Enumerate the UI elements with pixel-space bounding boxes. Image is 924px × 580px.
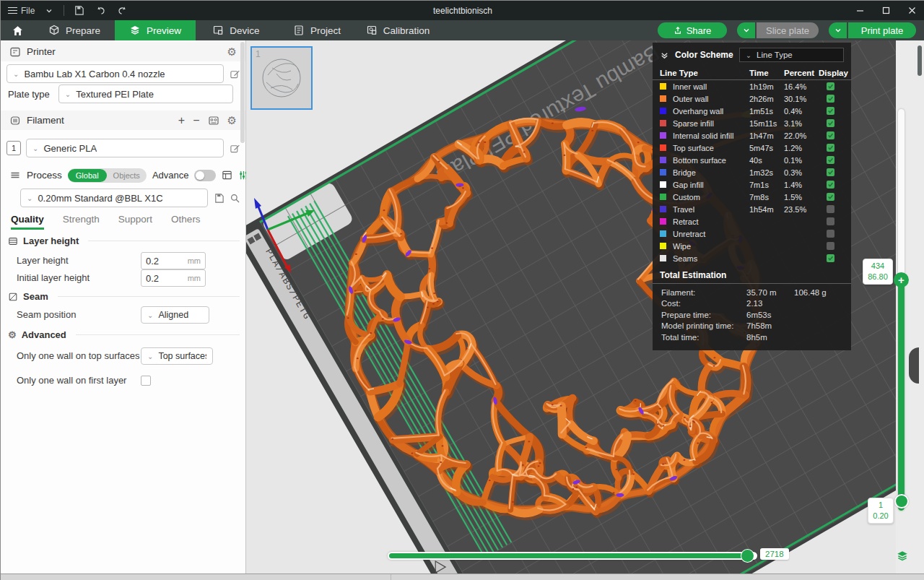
step-slider-handle[interactable] <box>741 550 754 562</box>
display-checkbox[interactable] <box>827 119 834 127</box>
line-type-label: Outer wall <box>673 95 749 103</box>
advance-toggle[interactable] <box>194 170 216 181</box>
estimation-label: Model printing time: <box>661 321 746 330</box>
line-type-time: 1h19m <box>749 82 784 91</box>
plate-type-select[interactable]: ⌄ Textured PEI Plate <box>58 85 233 103</box>
printer-preset-select[interactable]: ⌄ Bambu Lab X1 Carbon 0.4 nozzle <box>6 64 224 83</box>
line-type-row: Travel1h54m23.5% <box>653 203 851 215</box>
display-checkbox[interactable] <box>827 144 834 152</box>
line-type-label: Internal solid infill <box>673 131 749 140</box>
seam-position-label: Seam position <box>17 309 141 321</box>
chevron-down-icon[interactable] <box>42 4 56 18</box>
tab-device[interactable]: Device <box>196 20 276 40</box>
edit-printer-preset-icon[interactable] <box>230 69 240 79</box>
collapse-panel-icon[interactable] <box>660 51 669 60</box>
file-menu-label[interactable]: File <box>21 6 35 16</box>
undo-icon[interactable] <box>93 4 108 18</box>
save-preset-icon[interactable] <box>214 193 225 204</box>
layer-slider-bottom-handle[interactable] <box>894 494 909 508</box>
sidebar-scrollbar[interactable] <box>240 42 245 143</box>
filament-slot-badge[interactable]: 1 <box>6 141 21 155</box>
seam-position-select[interactable]: ⌄ Aligned <box>141 306 209 324</box>
tab-project[interactable]: Project <box>276 20 357 40</box>
minimize-button[interactable] <box>847 1 873 20</box>
line-type-row: Inner wall1h19m16.4% <box>653 80 851 92</box>
parameter-table-icon[interactable] <box>222 170 232 181</box>
layer-height-input[interactable]: mm <box>141 252 206 269</box>
initial-layer-height-value[interactable] <box>146 273 180 284</box>
display-checkbox[interactable] <box>827 242 834 250</box>
layer-height-value[interactable] <box>146 256 180 267</box>
save-icon[interactable] <box>71 4 86 18</box>
layer-height-unit: mm <box>188 256 201 265</box>
one-wall-first-layer-checkbox[interactable] <box>141 376 151 386</box>
plate-type-label: Plate type <box>8 89 50 100</box>
display-checkbox[interactable] <box>827 82 834 90</box>
tab-prepare[interactable]: Prepare <box>34 20 115 40</box>
printer-settings-gear-icon[interactable]: ⚙ <box>227 46 237 57</box>
tab-support[interactable]: Support <box>118 214 152 230</box>
display-checkbox[interactable] <box>827 193 834 201</box>
line-type-time: 15m11s <box>749 119 784 128</box>
viewport-scrollbar[interactable] <box>918 46 922 76</box>
share-button[interactable]: Share <box>658 22 727 38</box>
panel-collapse-tab[interactable] <box>909 347 919 384</box>
filament-preset-value: Generic PLA <box>43 143 97 154</box>
layer-slider-top-handle[interactable]: + <box>894 272 909 287</box>
tab-strength[interactable]: Strength <box>63 214 100 230</box>
print-options-dropdown[interactable] <box>829 22 847 38</box>
display-checkbox[interactable] <box>827 168 834 176</box>
edit-filament-preset-icon[interactable] <box>230 143 240 154</box>
filament-preset-select[interactable]: ⌄ Generic PLA <box>26 139 224 157</box>
print-plate-button[interactable]: Print plate <box>848 22 916 38</box>
redo-icon[interactable] <box>115 4 129 18</box>
viewport-3d[interactable]: PLA/ABS/PETG HOT SURFACE Bambu Textured … <box>246 40 924 573</box>
display-checkbox[interactable] <box>827 254 834 262</box>
layers-view-button[interactable] <box>894 548 910 564</box>
display-checkbox[interactable] <box>827 107 834 115</box>
line-type-color-swatch <box>660 95 666 102</box>
line-type-color-swatch <box>660 132 666 139</box>
tab-calibration[interactable]: Calibration <box>357 20 438 40</box>
display-checkbox[interactable] <box>827 95 834 103</box>
one-wall-top-select[interactable]: ⌄ Top surfaces <box>141 347 213 365</box>
tab-others[interactable]: Others <box>171 214 201 230</box>
search-preset-icon[interactable] <box>230 193 240 204</box>
display-checkbox[interactable] <box>827 156 834 164</box>
add-filament-button[interactable]: + <box>178 114 185 127</box>
tab-quality[interactable]: Quality <box>11 214 44 230</box>
line-type-color-swatch <box>660 181 666 188</box>
scope-objects[interactable]: Objects <box>107 169 147 182</box>
line-type-time: 7m8s <box>749 193 784 202</box>
home-button[interactable] <box>1 20 34 40</box>
view-mode-select[interactable]: ⌄ Line Type <box>739 48 844 62</box>
display-checkbox[interactable] <box>827 205 834 213</box>
slice-options-dropdown[interactable] <box>737 22 755 38</box>
line-type-row: Bridge1m32s0.3% <box>653 166 851 178</box>
display-checkbox[interactable] <box>827 181 834 189</box>
display-checkbox[interactable] <box>827 230 834 238</box>
line-type-percent: 16.4% <box>784 82 819 91</box>
display-checkbox[interactable] <box>827 131 834 139</box>
file-menu-button[interactable]: File <box>8 4 35 18</box>
line-type-row: Gap infill7m1s1.4% <box>653 178 851 191</box>
one-wall-top-label: Only one wall on top surfaces <box>17 350 141 363</box>
filament-settings-gear-icon[interactable]: ⚙ <box>227 115 237 126</box>
display-checkbox[interactable] <box>827 217 834 225</box>
line-type-time: 1m51s <box>749 107 784 116</box>
process-preset-select[interactable]: ⌄ 0.20mm Standard @BBL X1C <box>20 189 208 207</box>
process-scope-toggle[interactable]: Global Objects <box>68 168 147 183</box>
scope-global[interactable]: Global <box>68 169 107 182</box>
close-button[interactable] <box>899 1 924 20</box>
line-type-row: Bottom surface40s0.1% <box>653 154 851 166</box>
plate-thumbnail[interactable]: 1 <box>250 46 313 110</box>
estimation-value: 35.70 m <box>746 288 794 297</box>
slice-plate-button[interactable]: Slice plate <box>757 22 819 38</box>
ams-icon[interactable] <box>208 115 219 126</box>
line-type-label: Bottom surface <box>673 156 749 165</box>
line-type-time: 2h26m <box>749 95 784 103</box>
initial-layer-height-input[interactable]: mm <box>141 269 206 287</box>
remove-filament-button[interactable]: − <box>193 114 199 127</box>
tab-preview[interactable]: Preview <box>115 20 196 40</box>
maximize-button[interactable] <box>873 1 899 20</box>
